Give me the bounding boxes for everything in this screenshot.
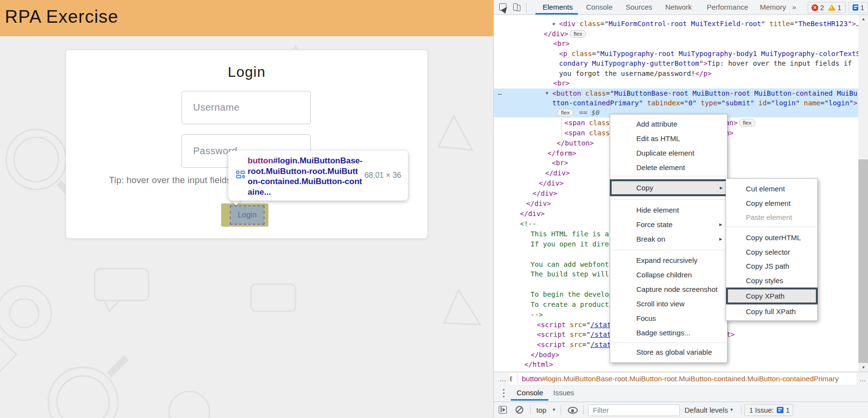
tab-network[interactable]: Network: [665, 0, 692, 14]
issues-count: 1: [860, 4, 864, 12]
code-line[interactable]: </div>: [526, 199, 551, 208]
menu-item-edit-as-html[interactable]: Edit as HTML: [610, 131, 727, 146]
frame-selector-caret: ▼: [552, 402, 556, 418]
menu-item-add-attribute[interactable]: Add attribute: [610, 117, 727, 131]
code-line[interactable]: </div>: [539, 178, 563, 188]
username-input[interactable]: Username: [182, 91, 311, 124]
code-line[interactable]: </div>: [532, 188, 557, 198]
warning-count: 1: [838, 4, 841, 12]
code-line[interactable]: </div>flex: [544, 29, 588, 39]
code-line[interactable]: <button class="MuiButtonBase-root MuiBut…: [552, 88, 857, 98]
expand-arrow-icon[interactable]: ▶: [553, 19, 556, 29]
issue-chip-count: 1: [786, 406, 790, 414]
menu-item-copy-styles[interactable]: Copy styles: [726, 274, 817, 288]
warning-icon: !: [828, 4, 836, 11]
breadcrumb-selected-item[interactable]: button#login.MuiButtonBase-root.MuiButto…: [518, 373, 856, 385]
code-line[interactable]: <!--: [520, 219, 536, 229]
drawer-menu-icon[interactable]: [503, 389, 504, 397]
code-line[interactable]: -->: [531, 310, 543, 319]
scroll-down-arrow[interactable]: ▼: [858, 363, 868, 372]
toolbar-separator: [741, 405, 742, 415]
context-menu: Add attributeEdit as HTMLDuplicate eleme…: [610, 114, 728, 363]
frame-selector[interactable]: top: [536, 402, 546, 418]
menu-item-copy[interactable]: Copy►: [610, 179, 728, 196]
elements-scrollbar[interactable]: ▲ ▼: [858, 15, 868, 372]
breadcrumb-bar: … ℓ button#login.MuiButtonBase-root.MuiB…: [494, 372, 868, 386]
tab-elements[interactable]: Elements: [543, 0, 573, 14]
code-line[interactable]: <br>: [553, 39, 570, 48]
menu-item-capture-node-screenshot[interactable]: Capture node screenshot: [610, 282, 727, 297]
menu-separator: [611, 343, 727, 343]
flex-badge: flex: [570, 30, 586, 38]
more-tabs-chevron[interactable]: »: [792, 0, 796, 14]
code-line[interactable]: </body>: [531, 350, 560, 360]
console-toolbar: top ▼ Filter Default levels ▼ 1 Issue: 1: [494, 402, 868, 418]
code-line[interactable]: </div>: [520, 209, 545, 218]
tab-console[interactable]: Console: [517, 386, 543, 400]
menu-item-expand-recursively[interactable]: Expand recursively: [610, 253, 727, 268]
menu-item-copy-full-xpath[interactable]: Copy full XPath: [726, 304, 817, 319]
issue-counter-chip[interactable]: 1 Issue: 1: [744, 404, 793, 416]
code-line[interactable]: </div>: [545, 168, 570, 178]
code-line[interactable]: </button>: [557, 138, 594, 148]
flex-badge: flex: [557, 109, 574, 116]
login-button[interactable]: Login: [231, 206, 264, 224]
tab-memory[interactable]: Memory: [760, 0, 786, 14]
code-line[interactable]: condary MuiTypography-gutterBottom">Tip:…: [559, 58, 852, 68]
active-tab-underline: [535, 13, 578, 14]
menu-item-copy-xpath[interactable]: Copy XPath: [726, 288, 818, 304]
menu-item-cut-element[interactable]: Cut element: [726, 182, 817, 196]
console-filter-input[interactable]: Filter: [588, 404, 680, 416]
tab-sources[interactable]: Sources: [626, 0, 652, 14]
tab-issues[interactable]: Issues: [553, 386, 574, 400]
breadcrumb-truncated-item[interactable]: ℓ: [510, 373, 517, 385]
menu-item-hide-element[interactable]: Hide element: [610, 203, 727, 217]
code-line[interactable]: <div class="MuiFormControl-root MuiTextF…: [559, 19, 860, 29]
code-line[interactable]: <br>: [553, 78, 570, 88]
live-expression-icon[interactable]: [568, 407, 578, 414]
code-line[interactable]: </html>: [524, 360, 553, 369]
collapse-arrow-icon[interactable]: ▼: [546, 88, 548, 98]
scrollbar-thumb[interactable]: [858, 159, 868, 363]
menu-item-copy-js-path[interactable]: Copy JS path: [726, 259, 817, 274]
breadcrumb-classes: #login.MuiButtonBase-root.MuiButton-root…: [542, 375, 839, 383]
menu-item-copy-selector[interactable]: Copy selector: [726, 245, 817, 259]
code-line[interactable]: you forgot the username/password!</p>: [559, 69, 712, 78]
login-form-title: Login: [66, 64, 428, 80]
page-title: RPA Exercise: [5, 7, 118, 27]
code-line[interactable]: flex == $0: [556, 108, 600, 117]
menu-item-break-on[interactable]: Break on►: [610, 232, 727, 246]
errors-warnings-badge[interactable]: ✕ 2 ! 1: [808, 2, 846, 13]
web-page: RPA Exercise Login Username Password Tip…: [0, 0, 493, 418]
menu-separator: [611, 199, 727, 200]
log-levels-select[interactable]: Default levels: [685, 402, 728, 418]
issues-badge[interactable]: 1: [849, 2, 868, 13]
menu-item-force-state[interactable]: Force state►: [610, 217, 727, 232]
error-count: 2: [820, 4, 824, 12]
scroll-up-arrow[interactable]: ▲: [858, 15, 868, 23]
code-line[interactable]: <br>: [552, 158, 568, 168]
code-line[interactable]: tton-containedPrimary" tabindex="0" type…: [552, 98, 857, 108]
menu-item-paste-element: Paste element: [726, 210, 817, 225]
breadcrumb-tag: button: [522, 375, 542, 383]
console-tab-underline: [511, 399, 548, 401]
menu-item-badge-settings-[interactable]: Badge settings...: [610, 326, 727, 340]
menu-item-duplicate-element[interactable]: Duplicate element: [610, 146, 727, 160]
menu-item-copy-element[interactable]: Copy element: [726, 196, 817, 211]
menu-item-copy-outerhtml[interactable]: Copy outerHTML: [726, 231, 817, 245]
tab-console[interactable]: Console: [586, 0, 613, 14]
tab-performance[interactable]: Performance: [707, 0, 748, 14]
clear-console-icon[interactable]: [516, 406, 523, 414]
menu-item-scroll-into-view[interactable]: Scroll into view: [610, 297, 727, 311]
breadcrumb-ellipsis[interactable]: …: [499, 372, 506, 386]
console-sidebar-icon[interactable]: [499, 406, 507, 414]
row-options-dots[interactable]: …: [498, 87, 502, 97]
code-line[interactable]: </form>: [547, 148, 576, 158]
menu-item-focus[interactable]: Focus: [610, 311, 727, 326]
menu-item-collapse-children[interactable]: Collapse children: [610, 268, 727, 282]
code-line[interactable]: <p class="MuiTypography-root MuiTypograp…: [559, 49, 864, 58]
device-toolbar-icon-front: [513, 3, 518, 11]
topbar-separator: [526, 3, 527, 12]
menu-item-store-as-global-variable[interactable]: Store as global variable: [610, 345, 727, 360]
menu-item-delete-element[interactable]: Delete element: [610, 160, 727, 175]
